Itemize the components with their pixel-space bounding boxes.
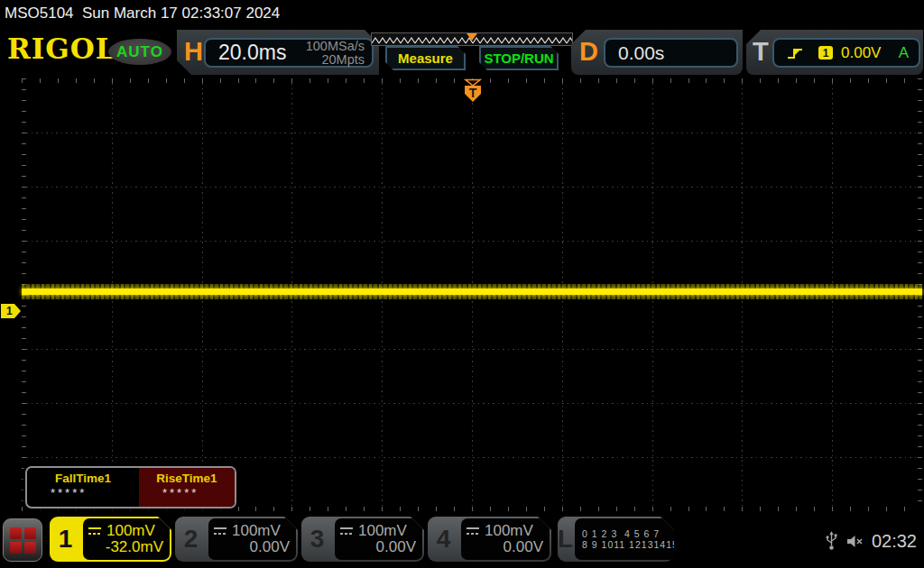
sample-rate: 100MSa/s <box>306 40 365 53</box>
bottom-bar: 1 100mV -32.0mV 2 100mV 0.00V <box>0 514 924 568</box>
channel-offset: -32.0mV <box>88 538 163 556</box>
model-and-datetime: MSO5104 Sun March 17 02:33:07 2024 <box>5 5 280 23</box>
channel-offset: 0.00V <box>339 538 416 556</box>
dc-coupling-icon <box>88 527 102 536</box>
channel-offset: 0.00V <box>466 538 543 556</box>
measure-button[interactable]: Measure <box>385 46 466 70</box>
trigger-level-value: 0.00V <box>841 44 881 62</box>
status-icons: 02:32 <box>825 514 917 568</box>
channel3-tab[interactable]: 3 100mV 0.00V <box>301 517 424 562</box>
dc-coupling-icon <box>466 527 480 536</box>
header-bar: RIGOL AUTO H 20.0ms 100MSa/s 20Mpts Meas… <box>0 27 924 77</box>
trigger-source-badge: 1 <box>818 46 833 60</box>
trigger-edge-icon <box>786 46 804 60</box>
horizontal-label: H <box>184 37 203 67</box>
acquisition-mode-badge: AUTO <box>108 39 171 65</box>
delay-settings-group[interactable]: D 0.00s <box>571 30 743 75</box>
trigger-position-pointer-icon <box>467 33 477 41</box>
menu-grid-icon <box>10 527 36 554</box>
dc-coupling-icon <box>213 527 227 536</box>
digital-channels-row2: 8 9 1011 12131415 <box>582 539 679 550</box>
delay-value: 0.00s <box>618 42 664 64</box>
delay-label: D <box>579 37 598 67</box>
acquisition-rates: 100MSa/s 20Mpts <box>306 40 372 67</box>
channel-number: 3 <box>301 517 333 562</box>
logic-analyzer-label: L <box>558 517 573 562</box>
measurement-risetime[interactable]: RiseTime1 ***** <box>139 468 235 507</box>
channel1-tab[interactable]: 1 100mV -32.0mV <box>50 517 171 562</box>
measurement-label: FallTime1 <box>27 472 139 485</box>
trigger-sweep-mode: A <box>899 44 909 62</box>
trigger-settings-group[interactable]: T 1 0.00V A <box>746 30 923 75</box>
speaker-muted-icon <box>846 535 864 548</box>
memory-depth: 20Mpts <box>306 53 365 67</box>
trigger-position-marker[interactable]: T <box>462 78 484 104</box>
measurement-falltime[interactable]: FallTime1 ***** <box>27 468 139 507</box>
stop-run-button[interactable]: STOP/RUN <box>479 46 559 70</box>
channel1-position-marker[interactable]: 1 <box>1 304 21 318</box>
digital-channels-row1: 0 1 2 3 4 5 6 7 <box>582 528 679 539</box>
timebase-value: 20.0ms <box>218 41 286 65</box>
clock: 02:32 <box>872 531 917 552</box>
measurement-value: ***** <box>27 486 139 499</box>
channel-offset: 0.00V <box>213 538 290 556</box>
status-title-bar: MSO5104 Sun March 17 02:33:07 2024 <box>0 0 924 27</box>
channel-number: 2 <box>175 517 207 562</box>
main-menu-button[interactable] <box>3 518 42 562</box>
channel-scale: 100mV <box>485 522 533 540</box>
channel2-tab[interactable]: 2 100mV 0.00V <box>175 517 298 562</box>
scope-display: T 1 FallTime1 ***** RiseTime1 ***** <box>0 78 924 514</box>
timebase-field[interactable]: 20.0ms 100MSa/s 20Mpts <box>204 38 374 68</box>
channel-number: 4 <box>428 517 459 562</box>
logic-analyzer-tab[interactable]: L 0 1 2 3 4 5 6 7 8 9 1011 12131415 <box>558 517 674 562</box>
svg-text:T: T <box>469 86 477 100</box>
delay-field[interactable]: 0.00s <box>604 38 738 68</box>
channel-number: 1 <box>50 517 81 562</box>
channel-scale: 100mV <box>106 522 155 540</box>
measurement-results-box: FallTime1 ***** RiseTime1 ***** <box>25 466 236 508</box>
trigger-label: T <box>753 37 769 67</box>
usb-icon <box>825 531 838 551</box>
channel4-tab[interactable]: 4 100mV 0.00V <box>428 517 551 562</box>
dc-coupling-icon <box>339 527 354 536</box>
waveform-position-bar[interactable] <box>371 32 573 46</box>
graticule: T <box>22 78 922 511</box>
rigol-logo: RIGOL <box>7 32 116 65</box>
channel1-trace <box>22 289 922 295</box>
measurement-value: ***** <box>139 486 235 499</box>
trigger-field[interactable]: 1 0.00V A <box>772 38 920 68</box>
measurement-label: RiseTime1 <box>139 472 235 485</box>
channel-scale: 100mV <box>232 522 281 540</box>
channel-scale: 100mV <box>358 522 407 540</box>
horizontal-settings-group[interactable]: H 20.0ms 100MSa/s 20Mpts <box>177 30 379 75</box>
